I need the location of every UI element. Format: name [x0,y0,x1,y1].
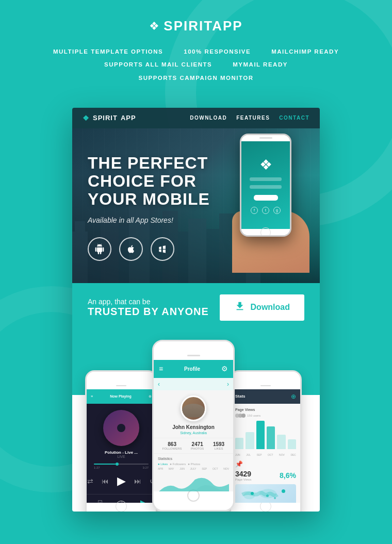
banner-text: An app, that can be TRUSTED BY ANYONE [88,298,209,318]
preview-card: ❖ SPIRITAPP DOWNLOAD FEATURES CONTACT [72,108,320,512]
phone-right: Stats ⊕ Page Views 150 users [230,370,307,512]
phone-center: ≡ Profile ⚙ ‹ › John Kensington [152,340,240,512]
download-icon [234,301,246,315]
profile-stat-likes-label: LIKES [213,447,224,450]
track-time: 3:27 [142,466,149,469]
phones-showcase: ≡ Now Playing ⊕ Polution - Live ... LIVE [72,332,320,512]
feature-mail-clients: SUPPORTS ALL MAIL CLIENTS [104,58,212,71]
logo-icon: ❖ [149,20,159,33]
feature-campaign-monitor: SUPPORTS CAMPAIGN MONITOR [139,72,254,85]
page-header: ❖ SPIRITAPP MULTIPLE TEMPLATE OPTIONS 10… [0,0,392,95]
profile-title: Profile [184,366,200,372]
stats-percent-value: 8,6% [280,471,296,480]
track-name: Polution - Live ... [105,450,138,455]
profile-stat-photos-label: PHOTOS [191,447,204,450]
feature-responsive: 100% RESPONSIVE [184,45,251,58]
download-button[interactable]: Download [220,294,304,321]
phone-left: ≡ Now Playing ⊕ Polution - Live ... LIVE [85,370,162,512]
profile-stat-photos-value: 2471 [191,441,204,447]
features-row-3: SUPPORTS CAMPAIGN MONITOR [10,72,382,85]
nav-link-contact[interactable]: CONTACT [279,115,309,121]
features-row-1: MULTIPLE TEMPLATE OPTIONS 100% RESPONSIV… [10,45,382,58]
feature-multiple-templates: MULTIPLE TEMPLATE OPTIONS [53,45,163,58]
svg-rect-1 [75,221,85,283]
logo-text: SPIRITAPP [164,18,242,34]
hero-phone-visual: ❖ f t g [232,134,309,273]
svg-point-15 [259,489,276,498]
music-header-label: Now Playing [110,394,132,398]
android-icon[interactable] [88,237,111,261]
svg-point-14 [243,492,255,500]
download-label: Download [251,303,290,312]
banner-text-large: TRUSTED BY ANYONE [88,306,209,318]
profile-stat-followers-label: FOLLOWERS [162,447,182,450]
nav-link-features[interactable]: FEATURES [236,115,270,121]
profile-location: Sidney, Australia [180,431,207,435]
preview-logo: ❖ SPIRITAPP [83,114,136,122]
preview-logo-icon: ❖ [83,114,90,122]
teal-banner: An app, that can be TRUSTED BY ANYONE Do… [72,283,320,332]
profile-stat-followers-value: 863 [162,441,182,447]
nav-link-download[interactable]: DOWNLOAD [190,115,227,121]
preview-nav: ❖ SPIRITAPP DOWNLOAD FEATURES CONTACT [72,108,320,128]
banner-text-small: An app, that can be [88,298,209,306]
profile-stat-likes-value: 1593 [213,441,224,447]
apple-icon[interactable] [119,237,143,261]
preview-hero: THE PERFECT CHOICE FOR YOUR MOBILE Avail… [72,128,320,283]
preview-nav-links: DOWNLOAD FEATURES CONTACT [190,115,309,121]
features-list: MULTIPLE TEMPLATE OPTIONS 100% RESPONSIV… [10,45,382,85]
feature-mymail: MYMAIL READY [233,58,288,71]
windows-icon[interactable] [151,237,174,261]
features-row-2: SUPPORTS ALL MAIL CLIENTS MYMAIL READY [10,58,382,71]
profile-name: John Kensington [172,424,215,430]
feature-mailchimp: MAILCHIMP READY [271,45,339,58]
logo: ❖ SPIRITAPP [10,18,382,34]
